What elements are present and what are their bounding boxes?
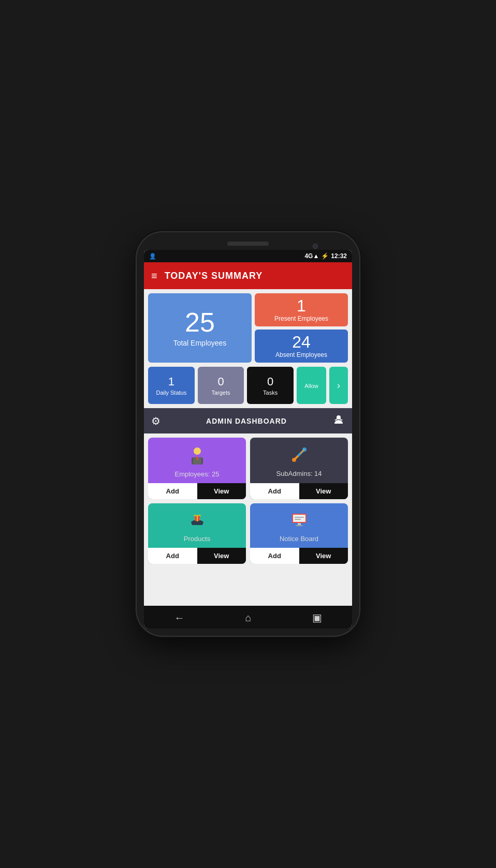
noticeboard-view-button[interactable]: View [299, 548, 348, 564]
subadmins-view-button[interactable]: View [299, 483, 348, 499]
noticeboard-card-body: Notice Board [250, 503, 348, 548]
status-left: 👤 [149, 253, 156, 260]
noticeboard-card-buttons: Add View [250, 548, 348, 564]
total-employees-card[interactable]: 25 Total Employees [148, 293, 252, 363]
hamburger-menu[interactable]: ≡ [151, 270, 157, 282]
svg-rect-11 [293, 515, 305, 522]
phone-camera [313, 244, 318, 249]
tasks-card[interactable]: 0 Tasks [247, 367, 294, 404]
right-cards: 1 Present Employees 24 Absent Employees [255, 293, 348, 363]
subadmins-count-label: SubAdmins: 14 [276, 470, 322, 477]
targets-label: Targets [211, 390, 230, 396]
noticeboard-dashboard-card: Notice Board Add View [250, 503, 348, 564]
products-view-button[interactable]: View [197, 548, 246, 564]
tasks-label: Tasks [263, 390, 278, 396]
products-add-button[interactable]: Add [148, 548, 197, 564]
home-button[interactable]: ⌂ [245, 612, 251, 624]
back-button[interactable]: ← [174, 612, 184, 624]
time-display: 12:32 [331, 252, 347, 260]
tasks-number: 0 [267, 375, 273, 388]
phone-frame: 👤 4G▲ ⚡ 12:32 ≡ TODAY'S SUMMARY 25 Total… [137, 232, 359, 636]
targets-number: 0 [217, 375, 224, 388]
app-title: TODAY'S SUMMARY [165, 271, 263, 281]
daily-status-number: 1 [168, 375, 174, 388]
settings-icon[interactable]: ⚙ [151, 415, 161, 427]
battery-icon: ⚡ [321, 252, 329, 260]
subadmins-card-buttons: Add View [250, 483, 348, 499]
present-employees-card[interactable]: 1 Present Employees [255, 293, 348, 326]
employees-count-label: Employees: 25 [175, 470, 220, 478]
products-dashboard-card: Products Add View [148, 503, 246, 564]
phone-speaker [227, 242, 269, 246]
admin-bar: ⚙ ADMIN DASHBOARD [144, 408, 352, 433]
products-card-buttons: Add View [148, 548, 246, 564]
main-content: 25 Total Employees 1 Present Employees 2… [144, 289, 352, 606]
present-employees-label: Present Employees [274, 315, 328, 322]
total-employees-label: Total Employees [173, 339, 227, 347]
employees-card-buttons: Add View [148, 483, 246, 499]
employees-view-button[interactable]: View [197, 483, 246, 499]
absent-employees-label: Absent Employees [275, 351, 327, 358]
subadmins-card-body: SubAdmins: 14 [250, 438, 348, 483]
support-icon[interactable] [332, 413, 345, 428]
phone-screen: 👤 4G▲ ⚡ 12:32 ≡ TODAY'S SUMMARY 25 Total… [144, 250, 352, 628]
targets-card[interactable]: 0 Targets [198, 367, 244, 404]
svg-rect-13 [296, 525, 303, 526]
employees-dashboard-card: Employees: 25 Add View [148, 438, 246, 499]
noticeboard-label: Notice Board [280, 535, 318, 543]
absent-employees-card[interactable]: 24 Absent Employees [255, 330, 348, 363]
total-employees-number: 25 [185, 309, 215, 336]
daily-status-label: Daily Status [156, 390, 186, 396]
subadmins-dashboard-card: SubAdmins: 14 Add View [250, 438, 348, 499]
admin-dashboard-title: ADMIN DASHBOARD [206, 417, 287, 425]
dashboard-grid: Employees: 25 Add View [144, 433, 352, 568]
summary-top: 25 Total Employees 1 Present Employees 2… [144, 289, 352, 365]
status-bar: 👤 4G▲ ⚡ 12:32 [144, 250, 352, 262]
status-row: 1 Daily Status 0 Targets 0 Tasks Allow › [144, 365, 352, 408]
svg-rect-15 [295, 519, 301, 520]
products-card-body: Products [148, 503, 246, 548]
daily-status-card[interactable]: 1 Daily Status [148, 367, 195, 404]
employee-icon [187, 445, 207, 468]
bottom-nav: ← ⌂ ▣ [144, 606, 352, 628]
status-right: 4G▲ ⚡ 12:32 [304, 252, 347, 260]
employees-card-body: Employees: 25 [148, 438, 246, 483]
svg-rect-14 [295, 517, 304, 518]
tools-icon [290, 445, 309, 468]
subadmins-add-button[interactable]: Add [250, 483, 299, 499]
recents-button[interactable]: ▣ [312, 611, 322, 624]
employees-add-button[interactable]: Add [148, 483, 197, 499]
products-label: Products [184, 535, 210, 543]
signal-icon: 4G▲ [304, 252, 319, 260]
products-icon [188, 511, 207, 533]
present-employees-number: 1 [297, 297, 306, 314]
allow-card[interactable]: Allow [297, 367, 326, 404]
allow-label: Allow [304, 383, 318, 389]
app-header: ≡ TODAY'S SUMMARY [144, 262, 352, 289]
noticeboard-icon [290, 511, 309, 533]
noticeboard-add-button[interactable]: Add [250, 548, 299, 564]
svg-point-1 [194, 447, 201, 455]
scroll-right-button[interactable]: › [329, 367, 348, 404]
svg-rect-5 [197, 456, 198, 457]
user-status-icon: 👤 [149, 253, 156, 260]
absent-employees-number: 24 [292, 334, 311, 350]
